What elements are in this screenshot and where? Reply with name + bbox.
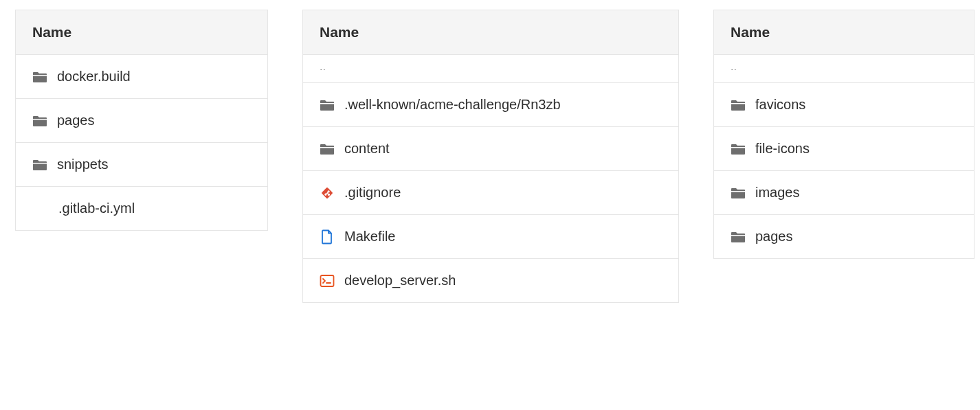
folder-icon [32, 114, 47, 128]
file-name: file-icons [755, 141, 810, 157]
file-name: content [344, 141, 390, 157]
file-name: snippets [57, 157, 109, 172]
folder-icon [32, 70, 47, 84]
file-row[interactable]: .gitlab-ci.yml [16, 187, 267, 230]
file-name: Makefile [344, 229, 395, 244]
folder-icon [731, 186, 746, 200]
file-row[interactable]: content [303, 127, 678, 171]
file-row[interactable]: develop_server.sh [303, 259, 678, 302]
file-row[interactable]: favicons [714, 83, 974, 127]
svg-rect-13 [731, 103, 745, 104]
svg-rect-2 [33, 163, 47, 164]
file-name: docker.build [57, 69, 131, 84]
svg-rect-1 [33, 119, 47, 120]
file-row[interactable]: file-icons [714, 127, 974, 171]
folder-icon [731, 98, 746, 112]
folder-icon [320, 142, 335, 156]
file-panel-3: Name .. favicons file-icons images pages [713, 10, 975, 259]
svg-rect-15 [731, 191, 745, 192]
svg-rect-16 [731, 235, 745, 236]
file-name: develop_server.sh [344, 273, 456, 288]
svg-rect-14 [731, 147, 745, 148]
file-name: .gitlab-ci.yml [58, 201, 135, 216]
folder-icon [320, 98, 335, 112]
file-row[interactable]: snippets [16, 143, 267, 187]
parent-directory-row[interactable]: .. [303, 55, 678, 83]
file-name: images [755, 185, 799, 201]
file-row[interactable]: .well-known/acme-challenge/Rn3zb [303, 83, 678, 127]
svg-rect-11 [321, 275, 334, 286]
file-panel-2: Name .. .well-known/acme-challenge/Rn3zb… [302, 10, 679, 303]
column-header-name: Name [303, 10, 678, 55]
svg-rect-3 [320, 103, 334, 104]
parent-directory-row[interactable]: .. [714, 55, 974, 83]
file-name: .well-known/acme-challenge/Rn3zb [344, 97, 561, 113]
file-row[interactable]: .gitignore [303, 171, 678, 215]
file-name: .gitignore [344, 185, 401, 201]
git-icon [320, 186, 335, 200]
file-row[interactable]: pages [714, 215, 974, 258]
file-name: pages [755, 229, 793, 244]
file-panel-1: Name docker.build pages snippets .gitlab… [15, 10, 268, 231]
file-name: .. [320, 65, 326, 70]
file-icon [320, 230, 335, 244]
file-name: favicons [755, 97, 805, 113]
shell-icon [320, 274, 335, 288]
column-header-name: Name [714, 10, 974, 55]
folder-icon [32, 158, 47, 172]
svg-rect-0 [33, 75, 47, 76]
folder-icon [731, 230, 746, 244]
column-header-name: Name [16, 10, 267, 55]
file-row[interactable]: Makefile [303, 215, 678, 259]
folder-icon [731, 142, 746, 156]
file-row[interactable]: docker.build [16, 55, 267, 99]
file-row[interactable]: pages [16, 99, 267, 143]
file-name: .. [731, 65, 737, 70]
svg-rect-4 [320, 147, 334, 148]
file-name: pages [57, 113, 95, 128]
file-row[interactable]: images [714, 171, 974, 215]
